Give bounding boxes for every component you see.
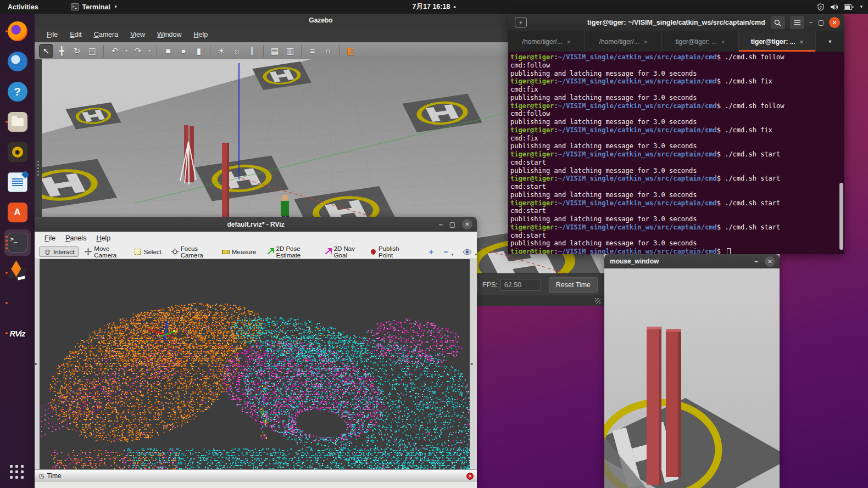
- tool-interact[interactable]: Interact: [39, 246, 79, 257]
- tab-close-icon[interactable]: ×: [644, 38, 647, 45]
- drop-tool-icon[interactable]: ▾: [146, 44, 153, 58]
- dock-item-ubuntu-software[interactable]: A: [4, 199, 31, 226]
- dock-item-libreoffice-writer[interactable]: [4, 169, 31, 195]
- rviz-time-panel-header[interactable]: ◷ Time ✕: [35, 469, 477, 482]
- maximize-button[interactable]: ▢: [818, 19, 824, 26]
- scrollbar-thumb[interactable]: [839, 183, 843, 250]
- cylinder-tool-icon[interactable]: ▮: [192, 44, 206, 58]
- close-button[interactable]: ✕: [829, 17, 840, 28]
- gazebo-menu-edit[interactable]: Edit: [64, 29, 87, 41]
- zoom-out-icon[interactable]: −: [443, 247, 448, 256]
- dock-item-help[interactable]: ?: [4, 78, 31, 105]
- reset-time-button[interactable]: Reset Time: [549, 277, 598, 293]
- running-indicator: [5, 302, 8, 304]
- tab-close-icon[interactable]: ×: [721, 38, 725, 45]
- time-panel-close-icon[interactable]: ✕: [466, 473, 474, 480]
- gazebo-menu-help[interactable]: Help: [188, 29, 214, 41]
- copy-tool-icon[interactable]: ▤: [268, 44, 282, 58]
- tool-2d-pose-estimate[interactable]: 2D Pose Estimate: [263, 244, 318, 260]
- viewcube-tool-icon[interactable]: ◧: [343, 44, 358, 58]
- dock-item-rhythmbox[interactable]: [4, 139, 31, 165]
- terminal-line: cmd:start: [510, 183, 844, 191]
- rviz-3d-viewport[interactable]: [40, 259, 470, 469]
- redo-tool-icon[interactable]: ↷: [131, 44, 145, 58]
- dock-item-rviz[interactable]: RViz: [4, 320, 31, 346]
- spot-tool-icon[interactable]: ☼: [230, 44, 244, 58]
- show-applications-button[interactable]: [8, 463, 27, 483]
- rviz-menu-help[interactable]: Help: [92, 233, 115, 244]
- tool-publish-point[interactable]: Publish Point: [366, 244, 411, 260]
- minimize-button[interactable]: –: [754, 258, 758, 265]
- terminal-tab-4[interactable]: tiger@tiger: ...×: [739, 31, 816, 52]
- chevron-down-icon: ▼: [859, 4, 864, 9]
- mouse-window-viewport[interactable]: [604, 268, 780, 488]
- terminal-tab-1[interactable]: /home/tiger/...×: [508, 31, 585, 52]
- align-tool-icon[interactable]: ≡: [305, 44, 320, 58]
- rotate-tool-icon[interactable]: ↻: [70, 44, 84, 58]
- close-button[interactable]: ✕: [765, 256, 775, 267]
- dock-item-thunderbird[interactable]: [4, 48, 31, 75]
- clock[interactable]: 7月17 16:18: [413, 2, 456, 12]
- maximize-button[interactable]: ▢: [449, 221, 455, 228]
- zoom-in-icon[interactable]: +: [429, 247, 433, 256]
- rviz-menu-file[interactable]: File: [40, 233, 60, 244]
- scale-tool-icon[interactable]: ◰: [85, 44, 99, 58]
- activities-button[interactable]: Activities: [0, 0, 46, 14]
- rviz-left-panel-collapse[interactable]: ▸: [35, 259, 40, 469]
- tab-close-icon[interactable]: ×: [567, 38, 570, 45]
- tab-close-icon[interactable]: ×: [800, 38, 803, 45]
- tab-list-dropdown[interactable]: ▼: [816, 31, 844, 52]
- undo-tool-icon[interactable]: ↶: [108, 44, 122, 58]
- box-tool-icon[interactable]: ■: [161, 44, 175, 58]
- close-button[interactable]: ✕: [462, 219, 472, 229]
- menu-button[interactable]: [790, 16, 804, 29]
- sphere-tool-icon[interactable]: ●: [176, 44, 191, 58]
- tool-2d-nav-goal[interactable]: 2D Nav Goal: [320, 244, 364, 260]
- system-status-area[interactable]: ? ▼: [817, 3, 864, 11]
- dock-item-gazebo[interactable]: [4, 260, 31, 286]
- dock-item-unknown-app[interactable]: [4, 290, 31, 316]
- minimize-button[interactable]: –: [439, 221, 443, 228]
- tool-label: Measure: [232, 249, 257, 255]
- separator: [339, 45, 340, 57]
- paste-tool-icon[interactable]: ▥: [283, 44, 297, 58]
- mouse-window-titlebar[interactable]: mouse_window – ✕: [604, 254, 780, 268]
- tool-measure[interactable]: Measure: [218, 247, 260, 256]
- rviz-titlebar[interactable]: default.rviz* - RViz – ▢ ✕: [35, 217, 477, 232]
- tool-focus-camera[interactable]: Focus Camera: [168, 244, 216, 260]
- resize-grip[interactable]: [595, 298, 600, 304]
- dock-item-terminal[interactable]: >_: [4, 229, 31, 256]
- cursor-tool-icon[interactable]: ↖: [39, 44, 53, 58]
- tool-select[interactable]: Select: [130, 247, 165, 256]
- new-tab-button[interactable]: +: [515, 18, 527, 27]
- move-tool-icon[interactable]: ╋: [54, 44, 69, 58]
- terminal-content[interactable]: tiger@tiger:~/VISIM_single/catkin_ws/src…: [508, 52, 844, 254]
- terminal-tab-3[interactable]: tiger@tiger: ...×: [662, 31, 739, 52]
- terminal-line: publishing and latching message for 3.0 …: [510, 70, 844, 78]
- dock-item-firefox[interactable]: [4, 18, 31, 44]
- dock-item-files[interactable]: [4, 109, 31, 135]
- select-box-icon: [134, 248, 142, 255]
- minimize-button[interactable]: –: [809, 19, 813, 26]
- directional-tool-icon[interactable]: ∥: [245, 44, 259, 58]
- fps-field[interactable]: 62.50: [500, 279, 541, 291]
- terminal-icon: >_: [8, 233, 27, 253]
- drop-tool-icon[interactable]: ▾: [123, 44, 130, 58]
- battery-icon: [844, 4, 854, 10]
- move-camera-icon: [85, 248, 92, 255]
- gazebo-menu-view[interactable]: View: [125, 29, 151, 41]
- gazebo-menu-file[interactable]: File: [41, 29, 63, 41]
- rviz-right-panel-collapse[interactable]: ◂: [470, 259, 477, 469]
- app-menu[interactable]: >_ Terminal ▼: [71, 3, 118, 11]
- search-button[interactable]: [771, 16, 785, 29]
- sun-tool-icon[interactable]: ☀: [214, 44, 229, 58]
- rviz-menu-panels[interactable]: Panels: [61, 233, 91, 244]
- separator: [477, 278, 478, 292]
- camera-view-icon[interactable]: [463, 247, 471, 256]
- terminal-titlebar[interactable]: + tiger@tiger: ~/VISIM_single/catkin_ws/…: [508, 14, 844, 31]
- gazebo-menu-window[interactable]: Window: [152, 29, 187, 41]
- magnet-tool-icon[interactable]: ∩: [321, 44, 335, 58]
- terminal-tab-2[interactable]: /home/tiger/...×: [585, 31, 662, 52]
- tool-move-camera[interactable]: Move Camera: [81, 244, 127, 260]
- gazebo-menu-camera[interactable]: Camera: [88, 29, 124, 41]
